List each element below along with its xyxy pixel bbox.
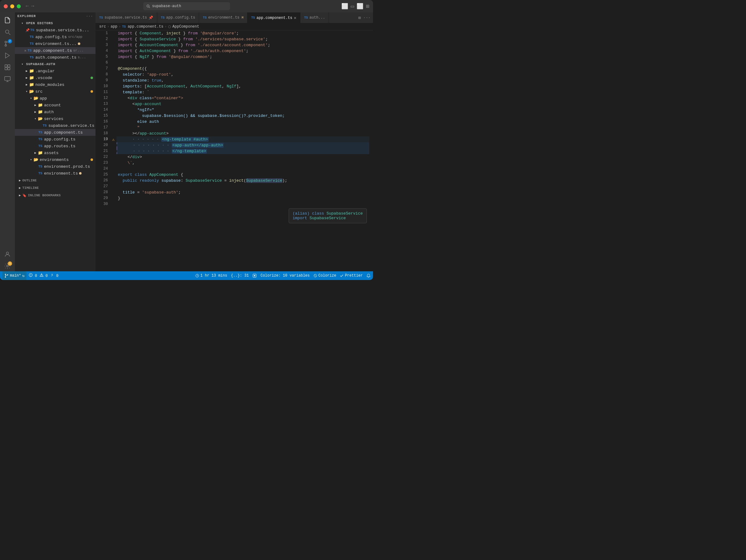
file-env-prod[interactable]: TS environment.prod.ts [15,163,95,170]
open-editor-item-app-component[interactable]: ✕ TS app.component.ts sr... [15,47,95,54]
tab-service[interactable]: TS supabase.service.ts 📌 [95,12,157,23]
gutter-icons: ⚠ [110,30,117,271]
back-button[interactable]: ← [26,3,29,9]
folder-account[interactable]: ▶ 📁 account [15,102,95,109]
bc-app[interactable]: app [111,25,117,29]
svg-point-0 [147,5,149,7]
folder-app[interactable]: ▾ 📂 app [15,95,95,102]
search-bar[interactable]: supabase-auth [143,2,230,10]
open-editors-section[interactable]: ▾ OPEN EDITORS [15,20,95,27]
outline-section[interactable]: ▶ OUTLINE [15,177,95,184]
tab-auth[interactable]: TS auth... [300,12,329,23]
folder-node-modules[interactable]: ▶ 📁 node_modules [15,81,95,88]
sidebar-toggle-icon[interactable]: ⬜ [341,3,348,9]
scrollbar[interactable] [369,30,373,271]
folder-assets[interactable]: ▶ 📁 assets [15,149,95,156]
folder-angular[interactable]: ▶ 📁 .angular [15,67,95,75]
tooltip-line1: (alias) class SupabaseService [293,211,363,216]
file-supabase-service[interactable]: TS supabase.service.ts [15,122,95,129]
svg-point-15 [6,252,8,254]
folder-environments[interactable]: ▾ 📂 environments [15,156,95,163]
close-tab-icon[interactable]: ✕ [24,48,26,53]
bc-src[interactable]: src [99,25,106,29]
source-control-badge: 2 [8,39,12,44]
search-activity-icon[interactable] [2,27,13,37]
bc-file[interactable]: app.component.ts [128,25,164,29]
gi-16 [110,119,117,125]
ai-status[interactable] [252,274,257,278]
remote-explorer-icon[interactable] [2,74,13,84]
ln-16: 16 [95,119,108,125]
gi-14 [110,107,117,113]
code-line-7: @Component({ [117,66,369,72]
close-tab-button[interactable]: ✕ [294,16,296,20]
panel-toggle-icon[interactable]: ▭ [351,3,354,9]
accounts-icon[interactable] [2,249,13,259]
bell-button[interactable] [367,274,371,278]
inline-bookmarks-section[interactable]: ▶ 🔖 INLINE BOOKMARKS [15,192,95,199]
warnings-count[interactable]: 0 [40,273,48,278]
open-editor-item-environment[interactable]: TS environment.ts... [15,40,95,47]
file-app-config[interactable]: TS app.config.ts [15,136,95,143]
explorer-header[interactable]: EXPLORER ··· [15,12,95,20]
tab-environment[interactable]: TS environment.ts M [199,12,248,23]
colorize-button[interactable]: Colorize [313,274,337,278]
git-branch-status[interactable]: main* ↻ [2,271,26,280]
svg-point-4 [5,41,7,43]
code-line-25: export class AppComponent { [117,172,369,178]
cursor-status[interactable]: {..}: 31 [231,274,249,278]
colorize-vars-status[interactable]: Colorize: 10 variables [260,274,310,278]
tab-appconfig[interactable]: TS app.config.ts [157,12,199,23]
file-app-component[interactable]: TS app.component.ts [15,129,95,136]
src-arrow: ▾ [24,89,29,94]
split-editor-button[interactable]: ⊞ [358,15,361,21]
timeline-section[interactable]: ▶ TIMELINE [15,184,95,192]
tab-appcomponent[interactable]: TS app.component.ts ✕ [248,12,300,23]
project-root[interactable]: ▾ SUPABASE-AUTH [15,61,95,67]
code-content[interactable]: import { Component, inject } from '@angu… [117,30,369,271]
source-control-icon[interactable]: 2 [2,38,13,49]
code-line-10: imports: [AccountComponent, AuthComponen… [117,83,369,89]
explorer-activity-icon[interactable] [2,15,13,25]
open-editor-item-auth-component[interactable]: TS auth.component.ts s... [15,54,95,61]
folder-services[interactable]: ▾ 📂 services [15,115,95,122]
pin-tab-icon: 📌 [148,16,153,20]
folder-vscode[interactable]: ▶ 📁 .vscode [15,75,95,81]
open-editor-item-app-config[interactable]: TS app.config.ts src/app [15,33,95,40]
tabs-bar: TS supabase.service.ts 📌 TS app.config.t… [95,12,373,23]
remote-icon [4,76,11,82]
file-env[interactable]: TS environment.ts [15,170,95,177]
editor-container: TS supabase.service.ts 📌 TS app.config.t… [95,12,373,271]
code-line-4: import { AuthComponent } from './auth/au… [117,48,369,54]
folder-auth[interactable]: ▶ 📁 auth [15,109,95,115]
ln-8: 8 [95,72,108,78]
forward-button[interactable]: → [31,3,34,9]
settings-icon[interactable]: 1 [2,261,13,271]
svg-point-2 [6,30,9,33]
close-button[interactable] [4,4,8,8]
errors-count[interactable]: 0 [29,273,37,278]
code-line-27 [117,184,369,190]
info-count[interactable]: 0 [50,273,58,278]
run-debug-icon[interactable] [2,50,13,61]
file-app-routes[interactable]: TS app.routes.ts [15,143,95,149]
svg-line-3 [9,33,10,35]
prettier-button[interactable]: Prettier [340,274,363,278]
split-editor-icon[interactable]: ⬜ [356,3,363,9]
more-tabs-button[interactable]: ··· [363,16,371,20]
gi-2 [110,36,117,42]
code-line-5: import { NgIf } from '@angular/common'; [117,54,369,60]
layout-icon[interactable]: ⊞ [366,3,369,9]
explorer-menu-icon[interactable]: ··· [86,14,93,18]
open-editor-item-supabase-service[interactable]: 📌 TS supabase.service.ts... [15,27,95,33]
extensions-icon[interactable] [2,62,13,73]
svg-point-22 [31,276,31,276]
ts-icon-tab4: TS [251,16,255,20]
ts-icon-ss: TS [42,123,47,128]
folder-src[interactable]: ▾ 📂 src [15,88,95,95]
minimize-button[interactable] [10,4,14,8]
code-line-22: </div> [117,154,369,160]
maximize-button[interactable] [17,4,21,8]
line-numbers: 1 2 3 4 5 6 7 8 9 10 11 12 13 14 15 16 1… [95,30,110,271]
bc-class[interactable]: AppComponent [172,25,199,29]
